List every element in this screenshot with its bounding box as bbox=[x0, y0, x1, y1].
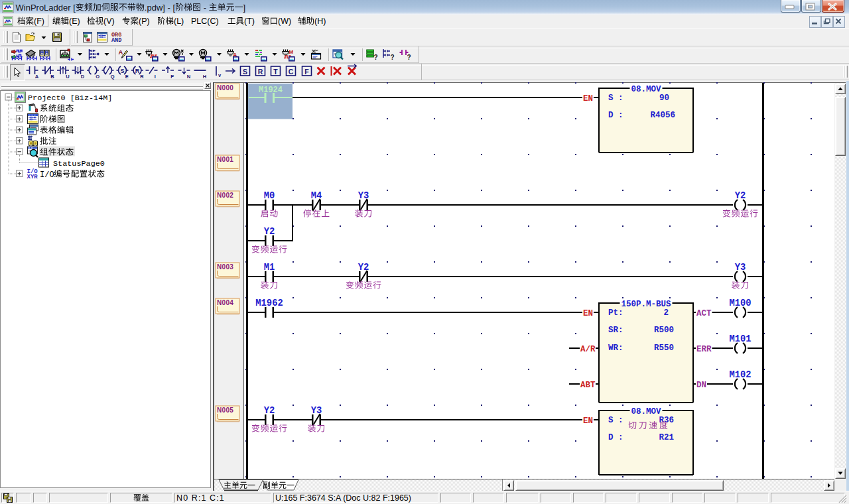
svg-text:ACT: ACT bbox=[696, 309, 712, 318]
svg-text:N004: N004 bbox=[217, 299, 233, 306]
svg-text:Project0 [B1z-14M]: Project0 [B1z-14M] bbox=[28, 94, 112, 103]
svg-text:(P): (P) bbox=[139, 17, 150, 26]
svg-text:S :: S : bbox=[608, 94, 623, 103]
svg-text:S: S bbox=[121, 68, 125, 74]
svg-text:A: A bbox=[35, 74, 39, 80]
svg-text:I/O: I/O bbox=[40, 170, 54, 180]
svg-text:EN: EN bbox=[583, 309, 593, 318]
svg-text:R: R bbox=[258, 68, 263, 76]
svg-text:Y2: Y2 bbox=[358, 263, 369, 273]
svg-text:O: O bbox=[96, 74, 99, 80]
svg-text:E: E bbox=[125, 74, 129, 80]
svg-text:-: - bbox=[201, 3, 209, 13]
svg-text:H: H bbox=[203, 74, 206, 80]
svg-text:M101: M101 bbox=[729, 334, 751, 344]
svg-text:(W): (W) bbox=[278, 17, 291, 26]
svg-text:M1924: M1924 bbox=[259, 86, 283, 95]
svg-text:XYR: XYR bbox=[27, 174, 38, 180]
svg-text:(F): (F) bbox=[34, 17, 44, 26]
svg-text:A/R: A/R bbox=[580, 345, 596, 354]
svg-text:90: 90 bbox=[659, 94, 669, 103]
svg-text:AND: AND bbox=[111, 37, 121, 44]
svg-text:B: B bbox=[50, 74, 54, 80]
svg-text:(H): (H) bbox=[314, 17, 326, 26]
svg-text:]: ] bbox=[243, 3, 246, 13]
svg-text:(L): (L) bbox=[174, 17, 184, 26]
svg-text:(E): (E) bbox=[69, 17, 80, 26]
svg-text:(T): (T) bbox=[244, 17, 255, 26]
svg-text:D: D bbox=[81, 74, 85, 80]
svg-text:T: T bbox=[273, 68, 278, 76]
svg-text:(V): (V) bbox=[103, 17, 115, 26]
svg-text:R: R bbox=[135, 68, 140, 74]
svg-text:SR:: SR: bbox=[608, 326, 623, 335]
svg-text:S :: S : bbox=[608, 416, 623, 425]
svg-text:Q: Q bbox=[111, 74, 115, 80]
svg-text:EN: EN bbox=[583, 94, 593, 103]
svg-text:R36: R36 bbox=[659, 416, 675, 425]
svg-text:A: A bbox=[119, 48, 123, 56]
svg-text:ERR: ERR bbox=[696, 345, 712, 354]
svg-text:Pt:: Pt: bbox=[608, 308, 623, 318]
svg-text:R21: R21 bbox=[659, 433, 675, 442]
svg-text:U: U bbox=[66, 74, 69, 80]
svg-text:C: C bbox=[289, 68, 294, 76]
svg-text:U:165 F:3674 S:A (Doc U:82 F:1: U:165 F:3674 S:A (Doc U:82 F:1965) bbox=[275, 493, 411, 503]
svg-text:ABT: ABT bbox=[580, 381, 596, 390]
svg-text:08.MOV: 08.MOV bbox=[631, 407, 662, 416]
svg-text:D :: D : bbox=[608, 111, 623, 120]
svg-text:v: v bbox=[218, 72, 222, 78]
svg-text:150P.M-BUS: 150P.M-BUS bbox=[621, 300, 671, 309]
svg-text:?: ? bbox=[407, 54, 411, 61]
svg-text:N002: N002 bbox=[217, 192, 233, 199]
svg-text:Y2: Y2 bbox=[735, 191, 746, 201]
svg-text:R500: R500 bbox=[654, 326, 674, 335]
svg-text:WinProLadder [: WinProLadder [ bbox=[16, 3, 76, 13]
svg-text:PLC(C): PLC(C) bbox=[191, 17, 219, 26]
svg-text:M100: M100 bbox=[729, 298, 751, 308]
svg-text:M4: M4 bbox=[311, 191, 322, 201]
svg-text:?: ? bbox=[391, 54, 395, 61]
svg-text:?: ? bbox=[374, 54, 378, 61]
svg-text:D :: D : bbox=[608, 433, 623, 442]
svg-text:08.MOV: 08.MOV bbox=[631, 85, 662, 94]
svg-text:R550: R550 bbox=[654, 344, 674, 353]
svg-text:R: R bbox=[140, 74, 144, 80]
svg-text:R4056: R4056 bbox=[650, 111, 675, 120]
svg-text:Y2: Y2 bbox=[264, 227, 275, 237]
svg-text:2: 2 bbox=[664, 308, 669, 318]
svg-text:WR:: WR: bbox=[608, 344, 623, 353]
svg-text:N001: N001 bbox=[217, 156, 233, 163]
svg-text:N003: N003 bbox=[217, 263, 233, 271]
svg-text:M1962: M1962 bbox=[255, 298, 283, 308]
svg-text:.pdw] - [: .pdw] - [ bbox=[145, 3, 176, 13]
svg-text:N000: N000 bbox=[217, 84, 233, 92]
svg-text:DN: DN bbox=[696, 381, 706, 390]
svg-text:Y3: Y3 bbox=[358, 191, 369, 201]
svg-text:Y2: Y2 bbox=[264, 406, 275, 416]
svg-text:Y3: Y3 bbox=[735, 263, 746, 273]
svg-text:EN: EN bbox=[583, 416, 593, 426]
svg-text:P: P bbox=[170, 74, 174, 80]
svg-text:M0: M0 bbox=[264, 191, 275, 201]
svg-text:M102: M102 bbox=[729, 370, 751, 380]
svg-text:I: I bbox=[155, 74, 156, 80]
svg-text:F: F bbox=[304, 68, 309, 76]
svg-text:M: M bbox=[289, 49, 294, 55]
svg-text:N005: N005 bbox=[217, 407, 233, 414]
svg-text:S: S bbox=[243, 68, 247, 76]
svg-text:Y3: Y3 bbox=[311, 406, 322, 416]
svg-text:N0 R:1 C:1: N0 R:1 C:1 bbox=[176, 493, 225, 503]
svg-text:M1: M1 bbox=[264, 263, 275, 273]
svg-text:StatusPage0: StatusPage0 bbox=[53, 159, 105, 168]
svg-text:N: N bbox=[187, 74, 190, 80]
